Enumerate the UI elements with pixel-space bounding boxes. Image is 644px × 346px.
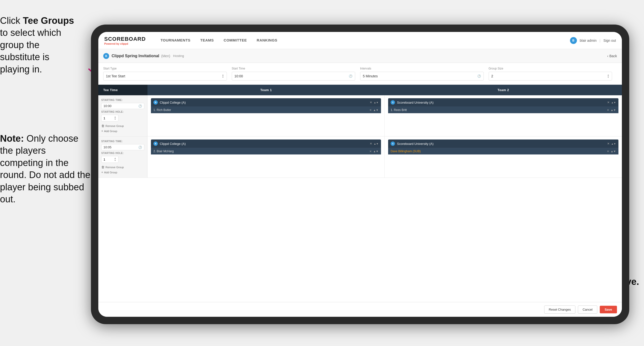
top-nav: SCOREBOARD Powered by clippd TOURNAMENTS…: [98, 32, 622, 49]
team1-name-1: Clippd College (A): [160, 101, 370, 104]
add-group-btn-1[interactable]: + Add Group: [101, 129, 144, 133]
main-content: Start Type 1st Tee Start ▲ ▼ Start Time …: [98, 63, 622, 302]
team1-dot-1: B: [154, 100, 158, 105]
team1-remove-2[interactable]: ✕: [370, 142, 372, 145]
team1-name-2: Clippd College (A): [160, 142, 370, 146]
start-type-label: Start Type: [103, 67, 227, 70]
table-row: STARTING TIME: 10:05 🕐 STARTING HOLE: 1 …: [98, 137, 622, 178]
starting-time-label-1: STARTING TIME:: [101, 99, 144, 101]
team1-col-2: B Clippd College (A) ✕ ▲▼ 2. Blair McHar…: [148, 137, 385, 178]
team2-remove-2[interactable]: ✕: [607, 142, 610, 145]
team1-col-1: B Clippd College (A) ✕ ▲▼ 1. Rich Butler: [148, 95, 385, 136]
tee-left-panel-2: STARTING TIME: 10:05 🕐 STARTING HOLE: 1 …: [98, 137, 148, 178]
start-time-input[interactable]: 10:00 🕐: [232, 72, 356, 80]
col-tee-time: Tee Time: [98, 85, 148, 95]
remove-group-btn-2[interactable]: 🗑 Remove Group: [101, 165, 144, 169]
nav-tournaments[interactable]: TOURNAMENTS: [156, 32, 196, 49]
group-size-label: Group Size: [489, 67, 612, 70]
intervals-label: Intervals: [360, 67, 484, 70]
start-type-input[interactable]: 1st Tee Start ▲ ▼: [103, 72, 227, 80]
team2-name-2: Scoreboard University (A): [397, 142, 607, 146]
team2-col-1: S Scoreboard University (A) ✕ ▲▼ 1. Rees…: [385, 95, 622, 136]
player-chevron-2[interactable]: ▲▼: [373, 150, 378, 153]
nav-rankings[interactable]: RANKINGS: [252, 32, 282, 49]
hosting-badge: Hosting: [173, 54, 184, 58]
team2-dot-2: S: [390, 141, 395, 146]
starting-hole-label-1: STARTING HOLE:: [101, 110, 144, 113]
team2-name-1: Scoreboard University (A): [397, 101, 607, 104]
intervals-group: Intervals 5 Minutes 🕐: [360, 67, 484, 80]
player-chevron-1[interactable]: ▲▼: [373, 108, 378, 111]
starting-time-input-2[interactable]: 10:05 🕐: [101, 144, 144, 150]
cancel-button[interactable]: Cancel: [578, 306, 597, 314]
save-button[interactable]: Save: [600, 306, 617, 313]
player2-chevron-2[interactable]: ▲▼: [610, 150, 616, 153]
team1-remove-1[interactable]: ✕: [370, 101, 372, 104]
col-team1: Team 1: [148, 85, 385, 95]
player-row: Dave Billingham (SUB) ✕ ▲▼: [388, 148, 618, 154]
instruction-tee-groups: Click Tee Groups to select which group t…: [0, 15, 81, 75]
group-size-input[interactable]: 2 ▲ ▼: [489, 72, 612, 80]
team2-chevron-1[interactable]: ▲▼: [611, 101, 616, 104]
nav-teams[interactable]: TEAMS: [196, 32, 219, 49]
team2-chevron-2[interactable]: ▲▼: [611, 142, 616, 145]
team2-remove-1[interactable]: ✕: [607, 101, 610, 104]
team1-entry-1: B Clippd College (A) ✕ ▲▼ 1. Rich Butler: [151, 98, 381, 113]
scoreboard-logo: SCOREBOARD Powered by clippd: [104, 36, 146, 45]
tee-groups-container: STARTING TIME: 10:00 🕐 STARTING HOLE: 1 …: [98, 95, 622, 178]
team2-col-2: S Scoreboard University (A) ✕ ▲▼ Dave Bi…: [385, 137, 622, 178]
remove-group-btn-1[interactable]: 🗑 Remove Group: [101, 124, 144, 128]
event-logo: B: [103, 53, 109, 59]
col-team2: Team 2: [385, 85, 622, 95]
nav-items: TOURNAMENTS TEAMS COMMITTEE RANKINGS: [156, 32, 570, 49]
start-time-group: Start Time 10:00 🕐: [232, 67, 356, 80]
team1-chevron-2[interactable]: ▲▼: [374, 142, 378, 145]
team2-entry-2: S Scoreboard University (A) ✕ ▲▼ Dave Bi…: [388, 139, 618, 154]
player2-chevron-1[interactable]: ▲▼: [610, 108, 616, 111]
clock-icon-2: 🕐: [138, 146, 142, 149]
nav-right: B blair admin | Sign out: [570, 37, 616, 44]
player2-remove-2[interactable]: ✕: [607, 150, 609, 153]
event-sub: (Men): [161, 54, 170, 58]
starting-hole-input-2[interactable]: 1 ▲ ▼: [101, 156, 118, 163]
player-row: 2. Blair McHarg ✕ ▲▼: [151, 148, 381, 154]
tablet-screen: SCOREBOARD Powered by clippd TOURNAMENTS…: [98, 32, 622, 317]
logo-title: SCOREBOARD: [104, 36, 146, 42]
logo-subtitle: Powered by clippd: [104, 42, 146, 45]
reset-changes-button[interactable]: Reset Changes: [544, 306, 576, 314]
starting-hole-label-2: STARTING HOLE:: [101, 152, 144, 154]
intervals-input[interactable]: 5 Minutes 🕐: [360, 72, 484, 80]
team2-entry-1: S Scoreboard University (A) ✕ ▲▼ 1. Rees…: [388, 98, 618, 113]
clock-icon-1: 🕐: [138, 104, 142, 108]
nav-committee[interactable]: COMMITTEE: [219, 32, 252, 49]
player-row: 1. Rich Butler ✕ ▲▼: [151, 107, 381, 113]
settings-row: Start Type 1st Tee Start ▲ ▼ Start Time …: [98, 63, 622, 85]
starting-hole-input-1[interactable]: 1 ▲ ▼: [101, 115, 118, 122]
tee-left-panel-1: STARTING TIME: 10:00 🕐 STARTING HOLE: 1 …: [98, 95, 148, 136]
start-type-group: Start Type 1st Tee Start ▲ ▼: [103, 67, 227, 80]
column-headers: Tee Time Team 1 Team 2: [98, 85, 622, 95]
add-group-btn-2[interactable]: + Add Group: [101, 170, 144, 174]
user-name: blair admin: [580, 38, 596, 42]
avatar: B: [570, 37, 577, 44]
event-name: Clippd Spring Invitational: [112, 54, 159, 58]
sign-out-link[interactable]: Sign out: [604, 38, 616, 42]
player-row: 1. Rees Britt ✕ ▲▼: [388, 107, 618, 113]
team1-chevron-1[interactable]: ▲▼: [374, 101, 378, 104]
tablet-frame: SCOREBOARD Powered by clippd TOURNAMENTS…: [91, 24, 629, 324]
footer-bar: Reset Changes Cancel Save: [98, 302, 622, 317]
team1-entry-2: B Clippd College (A) ✕ ▲▼ 2. Blair McHar…: [151, 139, 381, 154]
player-remove-1[interactable]: ✕: [370, 108, 372, 112]
instruction-note: Note: Only choose the players competing …: [0, 133, 91, 205]
team1-dot-2: B: [154, 141, 158, 146]
group-size-group: Group Size 2 ▲ ▼: [489, 67, 612, 80]
starting-time-label-2: STARTING TIME:: [101, 140, 144, 143]
starting-time-input-1[interactable]: 10:00 🕐: [101, 103, 144, 109]
start-time-label: Start Time: [232, 67, 356, 70]
player2-remove-1[interactable]: ✕: [607, 108, 609, 112]
table-row: STARTING TIME: 10:00 🕐 STARTING HOLE: 1 …: [98, 95, 622, 137]
back-link[interactable]: Back: [607, 54, 617, 58]
team2-dot-1: S: [390, 100, 395, 105]
player-remove-2[interactable]: ✕: [370, 150, 372, 153]
sub-header: B Clippd Spring Invitational (Men) Hosti…: [98, 49, 622, 63]
